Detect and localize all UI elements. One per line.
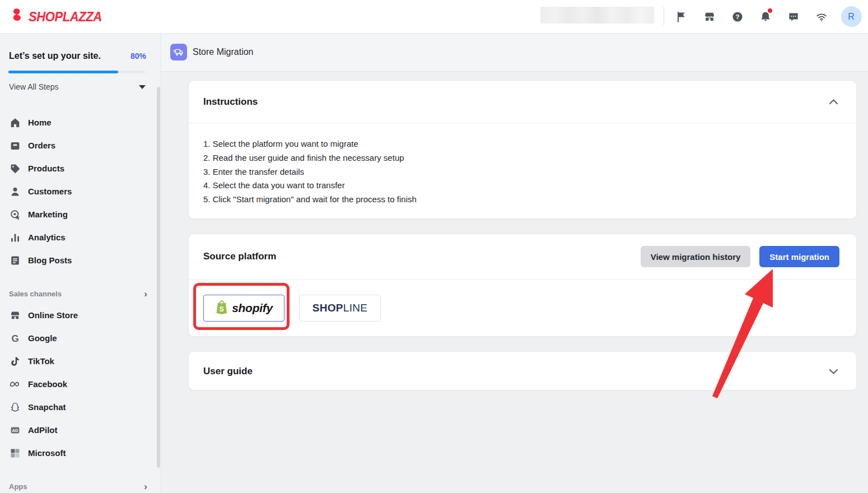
messages-icon[interactable] [780, 0, 808, 33]
instruction-step: 1. Select the platform you want to migra… [203, 137, 417, 151]
setup-progress-bar [8, 71, 146, 73]
sidebar-item-facebook[interactable]: Facebook [0, 373, 161, 396]
shoplazza-logo[interactable]: SHOPLAZZA [9, 0, 108, 33]
customers-icon [9, 185, 21, 197]
sidebar-item-online-store[interactable]: Online Store [0, 304, 161, 327]
sidebar-item-google[interactable]: G Google [0, 327, 161, 350]
setup-progress-fill [8, 71, 118, 73]
avatar-initial: R [848, 12, 855, 22]
sidebar-item-snapchat[interactable]: Snapchat [0, 396, 161, 418]
platform-tile-shopline[interactable]: SHOPLINE [299, 295, 381, 322]
google-icon: G [9, 332, 21, 344]
instructions-title: Instructions [203, 96, 258, 108]
notification-badge [768, 8, 772, 13]
source-platform-card: Source platform View migration history S… [188, 234, 857, 337]
sidebar-section-sales-channels[interactable]: Sales channels › [0, 283, 161, 304]
svg-text:G: G [11, 333, 18, 343]
chevron-right-icon: › [144, 482, 147, 491]
platform-tile-shopify[interactable]: S shopify [203, 295, 284, 322]
microsoft-icon [9, 447, 21, 459]
shopify-wordmark: shopify [232, 301, 273, 315]
sidebar-item-products[interactable]: Products [0, 157, 161, 180]
blog-posts-icon [9, 254, 21, 266]
notifications-icon[interactable] [752, 0, 780, 33]
collapse-chevron-up-icon[interactable] [827, 96, 839, 108]
svg-text:S: S [220, 305, 224, 313]
sidebar-item-adpilot[interactable]: AD AdPilot [0, 418, 161, 441]
sidebar-item-marketing[interactable]: Marketing [0, 203, 161, 226]
sidebar-item-customers[interactable]: Customers [0, 180, 161, 203]
instruction-step: 3. Enter the transfer details [203, 165, 417, 179]
sidebar-item-microsoft[interactable]: Microsoft [0, 441, 161, 464]
view-all-steps-label: View All Steps [9, 82, 58, 91]
divider [189, 279, 856, 280]
chevron-right-icon: › [144, 289, 147, 299]
online-store-icon [9, 309, 21, 321]
chevron-down-icon [139, 85, 146, 89]
expand-chevron-down-icon[interactable] [827, 365, 839, 378]
flag-icon[interactable] [668, 0, 696, 33]
sidebar-item-home[interactable]: Home [0, 111, 161, 134]
analytics-icon [9, 231, 21, 243]
user-guide-title: User guide [203, 366, 253, 377]
setup-title: Let’s set up your site. [9, 51, 101, 61]
snapchat-icon [9, 401, 21, 413]
sidebar: Let’s set up your site. 80% View All Ste… [0, 33, 161, 493]
adpilot-icon: AD [9, 424, 21, 436]
page-title: Store Migration [193, 33, 254, 71]
view-all-steps[interactable]: View All Steps [9, 82, 146, 91]
facebook-meta-icon [9, 378, 21, 390]
orders-icon [9, 139, 21, 151]
page-header: Store Migration [161, 33, 868, 72]
shoplazza-logo-icon [9, 8, 24, 25]
instruction-step: 4. Select the data you want to transfer [203, 179, 417, 193]
help-icon[interactable]: ? [724, 0, 752, 33]
topbar-actions: ? R [668, 0, 864, 33]
sidebar-item-blog-posts[interactable]: Blog Posts [0, 249, 161, 272]
marketing-icon [9, 208, 21, 220]
sales-channels-list: Online Store G Google TikTok Facebook Sn… [0, 304, 161, 464]
tiktok-icon [9, 355, 21, 367]
user-avatar[interactable]: R [836, 0, 864, 33]
products-icon [9, 162, 21, 174]
shopline-wordmark: SHOPLINE [312, 302, 368, 314]
sidebar-item-tiktok[interactable]: TikTok [0, 350, 161, 373]
topbar: SHOPLAZZA ? R [0, 0, 868, 34]
view-migration-history-button[interactable]: View migration history [641, 246, 751, 267]
user-guide-card: User guide [188, 351, 857, 390]
svg-text:AD: AD [12, 428, 18, 433]
setup-widget: Let’s set up your site. 80% View All Ste… [0, 33, 161, 61]
sidebar-nav: Home Orders Products Customers Marketing… [0, 111, 161, 272]
setup-progress-percent: 80% [130, 52, 146, 61]
app-screen: SHOPLAZZA ? R [0, 0, 868, 493]
sidebar-scrollbar[interactable] [157, 87, 160, 468]
instruction-step: 5. Click "Start migration" and wait for … [203, 193, 417, 207]
start-migration-button[interactable]: Start migration [759, 246, 839, 267]
sidebar-section-apps[interactable]: Apps › [0, 476, 161, 493]
sidebar-item-orders[interactable]: Orders [0, 134, 161, 157]
instructions-card: Instructions 1. Select the platform you … [188, 80, 857, 219]
home-icon [9, 117, 21, 128]
storefront-icon[interactable] [696, 0, 724, 33]
store-migration-icon [170, 44, 187, 61]
instructions-steps: 1. Select the platform you want to migra… [203, 137, 417, 207]
topbar-divider [664, 7, 664, 26]
redacted-store-name [540, 7, 654, 24]
divider [189, 123, 856, 123]
source-platform-title: Source platform [203, 251, 276, 262]
sidebar-item-analytics[interactable]: Analytics [0, 226, 161, 249]
shopify-logo-icon: S [215, 300, 228, 317]
instruction-step: 2. Read the user guide and finish the ne… [203, 151, 417, 165]
brand-name: SHOPLAZZA [29, 9, 102, 25]
wifi-icon[interactable] [808, 0, 836, 33]
svg-text:?: ? [735, 13, 739, 20]
